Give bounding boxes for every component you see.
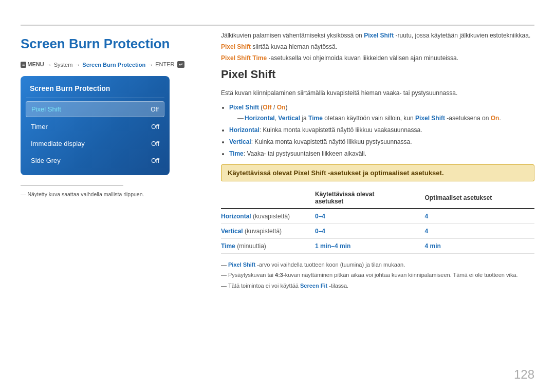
section-title: Pixel Shift — [221, 68, 534, 81]
bullet-list: Pixel Shift (Off / On) Horizontal, Verti… — [229, 103, 534, 158]
table-row-vertical: Vertical (kuvapistettä) 0–4 4 — [221, 224, 534, 239]
menu-item-pixel-shift[interactable]: Pixel Shift Off — [26, 101, 164, 117]
data-table: Käytettävissä olevatasetukset Optimaalis… — [221, 188, 534, 254]
breadcrumb: ≡MENU → System → Screen Burn Protection … — [21, 61, 211, 68]
vertical-bold: Vertical — [221, 228, 243, 235]
intro-line-2: Pixel Shift siirtää kuvaa hieman näytöss… — [221, 42, 534, 51]
time-optimal: 4 min — [425, 239, 535, 254]
pixel-shift-ref-3: Pixel Shift — [415, 115, 445, 122]
bullet-4: Time: Vaaka- tai pystysuuntaisen liikkee… — [229, 149, 534, 158]
time-bold: Time — [221, 242, 235, 250]
arrow-3: → — [147, 62, 153, 68]
timer-label: Timer — [31, 123, 48, 130]
pixel-shift-ref-2: Pixel Shift — [221, 43, 251, 50]
intro-line-1: Jälkikuvien palamisen vähentämiseksi yks… — [221, 31, 534, 40]
highlight-text: Käytettävissä olevat Pixel Shift -asetuk… — [228, 169, 444, 177]
footnote-1: Pixel Shift -arvo voi vaihdella tuotteen… — [221, 261, 534, 269]
screen-burn-breadcrumb: Screen Burn Protection — [82, 62, 145, 68]
off-label: Off — [263, 104, 271, 111]
screen-fit-ref: Screen Fit — [300, 283, 327, 289]
horizontal-row-label: Horizontal (kuvapistettä) — [221, 209, 315, 224]
enter-label: ENTER ↵ — [155, 61, 184, 68]
footnotes-right: Pixel Shift -arvo voi vaihdella tuotteen… — [221, 261, 534, 290]
system-label: System — [54, 62, 73, 68]
page-number: 128 — [514, 367, 534, 382]
immediate-display-label: Immediate display — [31, 140, 85, 147]
menu-box: Screen Burn Protection Pixel Shift Off T… — [21, 76, 170, 175]
vertical-ref: Vertical — [278, 115, 300, 122]
bullet-1: Pixel Shift (Off / On) Horizontal, Verti… — [229, 103, 534, 123]
horizontal-ref: Horizontal — [245, 115, 275, 122]
col-header-3: Optimaaliset asetukset — [425, 188, 535, 209]
menu-item-side-grey[interactable]: Side Grey Off — [26, 153, 164, 168]
col-header-1 — [221, 188, 315, 209]
horizontal-optimal: 4 — [425, 209, 535, 224]
menu-icon: ≡ — [21, 62, 26, 68]
footnote-3: Tätä toimintoa ei voi käyttää Screen Fit… — [221, 282, 534, 290]
menu-item-timer[interactable]: Timer Off — [26, 119, 164, 134]
vertical-label: Vertical — [229, 138, 251, 145]
time-ref: Time — [308, 115, 323, 122]
sub-bullet-1: Horizontal, Vertical ja Time otetaan käy… — [245, 114, 534, 123]
menu-box-title: Screen Burn Protection — [26, 81, 164, 98]
pixel-shift-value: Off — [151, 106, 159, 113]
horizontal-label: Horizontal — [229, 126, 260, 134]
timer-value: Off — [151, 123, 159, 130]
vertical-row-label: Vertical (kuvapistettä) — [221, 224, 315, 239]
table-row-time: Time (minuuttia) 1 min–4 min 4 min — [221, 239, 534, 254]
right-panel: Jälkikuvien palamisen vähentämiseksi yks… — [221, 31, 534, 371]
horizontal-suffix: (kuvapistettä) — [253, 213, 290, 220]
pixel-shift-label: Pixel Shift — [31, 105, 61, 113]
arrow-2: → — [75, 62, 80, 68]
time-suffix: (minuuttia) — [237, 242, 266, 250]
left-panel: Screen Burn Protection ≡MENU → System → … — [21, 31, 211, 371]
ratio-ref: 4:3 — [275, 272, 283, 278]
table-row-horizontal: Horizontal (kuvapistettä) 0–4 4 — [221, 209, 534, 224]
time-row-label: Time (minuuttia) — [221, 239, 315, 254]
left-divider — [21, 185, 123, 186]
on-ref: On — [491, 115, 499, 122]
page-title: Screen Burn Protection — [21, 36, 211, 52]
time-available: 1 min–4 min — [315, 239, 425, 254]
bullet-3: Vertical: Kuinka monta kuvapistettä näyt… — [229, 137, 534, 146]
col-header-2: Käytettävissä olevatasetukset — [315, 188, 425, 209]
enter-icon: ↵ — [177, 61, 184, 68]
vertical-optimal: 4 — [425, 224, 535, 239]
vertical-suffix: (kuvapistettä) — [245, 228, 282, 235]
horizontal-bold: Horizontal — [221, 213, 251, 220]
immediate-display-value: Off — [151, 140, 159, 147]
top-divider — [21, 25, 534, 26]
bullet-1-highlight: Pixel Shift — [229, 104, 259, 111]
on-label: On — [277, 104, 286, 111]
menu-item-immediate-display[interactable]: Immediate display Off — [26, 136, 164, 151]
arrow-1: → — [46, 62, 52, 68]
highlight-box: Käytettävissä olevat Pixel Shift -asetuk… — [221, 164, 534, 181]
pixel-shift-time-ref: Pixel Shift Time — [221, 54, 267, 62]
menu-label: ≡MENU — [21, 61, 44, 68]
left-footnote: — Näytetty kuva saattaa vaihdella mallis… — [21, 191, 211, 197]
intro-line-3: Pixel Shift Time -asetuksella voi ohjelm… — [221, 53, 534, 63]
vertical-available: 0–4 — [315, 224, 425, 239]
side-grey-label: Side Grey — [31, 157, 61, 164]
side-grey-value: Off — [151, 157, 159, 164]
pixel-shift-fn-ref: Pixel Shift — [228, 262, 255, 268]
horizontal-available: 0–4 — [315, 209, 425, 224]
pixel-shift-ref-1: Pixel Shift — [364, 32, 394, 39]
bullet-2: Horizontal: Kuinka monta kuvapistettä nä… — [229, 125, 534, 135]
time-label: Time — [229, 150, 244, 157]
footnote-2: Pysäytyskuvan tai 4:3-kuvan näyttäminen … — [221, 271, 534, 279]
description: Estä kuvan kiinnipalaminen siirtämällä k… — [221, 88, 534, 98]
